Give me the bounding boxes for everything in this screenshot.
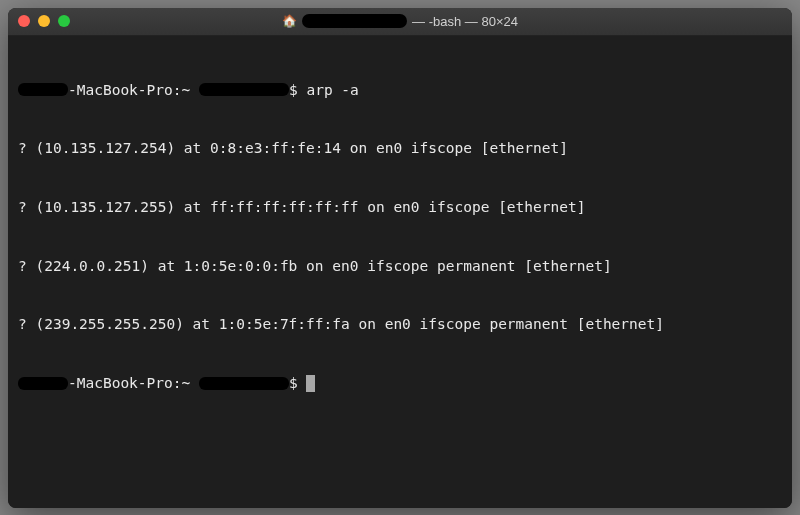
prompt-symbol: $: [289, 82, 298, 98]
close-button[interactable]: [18, 15, 30, 27]
terminal-window: 🏠 — -bash — 80×24 -MacBook-Pro:~ $ arp -…: [8, 8, 792, 508]
output-line: ? (224.0.0.251) at 1:0:5e:0:0:fb on en0 …: [18, 257, 782, 277]
terminal-body[interactable]: -MacBook-Pro:~ $ arp -a ? (10.135.127.25…: [8, 36, 792, 508]
window-title: 🏠 — -bash — 80×24: [8, 14, 792, 29]
command-text: arp -a: [306, 82, 358, 98]
title-suffix: — -bash — 80×24: [412, 14, 518, 29]
output-line: ? (10.135.127.255) at ff:ff:ff:ff:ff:ff …: [18, 198, 782, 218]
titlebar: 🏠 — -bash — 80×24: [8, 8, 792, 36]
redacted-hostname: [18, 83, 68, 96]
prompt-line-2: -MacBook-Pro:~ $: [18, 374, 782, 394]
cursor: [306, 375, 315, 392]
redacted-title-text: [302, 14, 407, 28]
home-icon: 🏠: [282, 14, 297, 28]
traffic-lights: [18, 15, 70, 27]
redacted-username: [199, 377, 289, 390]
output-line: ? (10.135.127.254) at 0:8:e3:ff:fe:14 on…: [18, 139, 782, 159]
host-suffix: -MacBook-Pro:~: [68, 82, 190, 98]
redacted-hostname: [18, 377, 68, 390]
minimize-button[interactable]: [38, 15, 50, 27]
maximize-button[interactable]: [58, 15, 70, 27]
prompt-symbol: $: [289, 375, 298, 391]
host-suffix: -MacBook-Pro:~: [68, 375, 190, 391]
redacted-username: [199, 83, 289, 96]
output-line: ? (239.255.255.250) at 1:0:5e:7f:ff:fa o…: [18, 315, 782, 335]
prompt-line-1: -MacBook-Pro:~ $ arp -a: [18, 81, 782, 101]
